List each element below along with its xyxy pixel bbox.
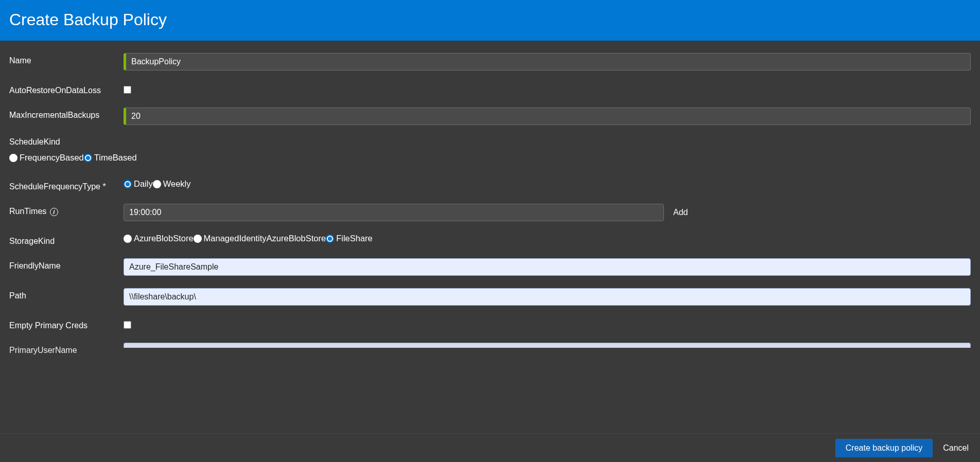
friendlyname-label: FriendlyName: [9, 258, 124, 271]
storagekind-managedidentity-label: ManagedIdentityAzureBlobStore: [204, 234, 326, 243]
runtimes-add-button[interactable]: Add: [673, 208, 688, 217]
schedulekind-frequencybased[interactable]: FrequencyBased: [9, 153, 84, 163]
schedulefrequencytype-weekly-label: Weekly: [163, 179, 191, 189]
schedulefrequencytype-weekly[interactable]: Weekly: [153, 179, 191, 189]
primaryusername-input[interactable]: [124, 343, 971, 348]
schedulekind-timebased[interactable]: TimeBased: [84, 153, 137, 163]
form-body: Name AutoRestoreOnDataLoss MaxIncrementa…: [0, 41, 980, 433]
dialog-header: Create Backup Policy: [0, 0, 980, 41]
emptyprimarycreds-label: Empty Primary Creds: [9, 318, 124, 330]
schedulekind-label: ScheduleKind: [9, 137, 971, 147]
primaryusername-label: PrimaryUserName: [9, 343, 124, 355]
storagekind-fileshare-radio[interactable]: [326, 235, 334, 243]
autorestore-label: AutoRestoreOnDataLoss: [9, 83, 124, 95]
runtimes-label-text: RunTimes: [9, 207, 46, 216]
storagekind-managedidentity[interactable]: ManagedIdentityAzureBlobStore: [194, 234, 326, 243]
storagekind-fileshare[interactable]: FileShare: [326, 234, 373, 243]
runtimes-input[interactable]: [124, 204, 664, 221]
storagekind-label: StorageKind: [9, 234, 124, 246]
info-icon[interactable]: i: [50, 208, 58, 216]
dialog-footer: Create backup policy Cancel: [0, 433, 980, 462]
storagekind-radio-group: AzureBlobStore ManagedIdentityAzureBlobS…: [124, 234, 373, 243]
cancel-button[interactable]: Cancel: [939, 439, 973, 457]
name-label: Name: [9, 53, 124, 65]
storagekind-azureblobstore[interactable]: AzureBlobStore: [124, 234, 194, 243]
schedulekind-radio-group: FrequencyBased TimeBased: [9, 153, 971, 163]
storagekind-managedidentity-radio[interactable]: [194, 235, 202, 243]
path-label: Path: [9, 288, 124, 300]
schedulekind-timebased-radio[interactable]: [84, 154, 92, 162]
emptyprimarycreds-checkbox[interactable]: [124, 321, 131, 329]
storagekind-azureblobstore-radio[interactable]: [124, 235, 132, 243]
schedulefrequencytype-weekly-radio[interactable]: [153, 180, 161, 188]
autorestore-checkbox[interactable]: [124, 86, 131, 94]
schedulekind-frequencybased-label: FrequencyBased: [20, 153, 84, 163]
maxincremental-input[interactable]: [124, 108, 971, 125]
maxincremental-label: MaxIncrementalBackups: [9, 108, 124, 120]
storagekind-fileshare-label: FileShare: [336, 234, 373, 243]
friendlyname-input[interactable]: [124, 258, 971, 276]
schedulekind-timebased-label: TimeBased: [94, 153, 137, 163]
schedulefrequencytype-daily-label: Daily: [134, 179, 153, 189]
path-input[interactable]: [124, 288, 971, 306]
schedulekind-frequencybased-radio[interactable]: [9, 154, 18, 162]
name-input[interactable]: [124, 53, 971, 70]
schedulefrequencytype-radio-group: Daily Weekly: [124, 179, 190, 189]
storagekind-azureblobstore-label: AzureBlobStore: [134, 234, 194, 243]
create-backup-policy-button[interactable]: Create backup policy: [835, 439, 933, 457]
runtimes-label: RunTimes i: [9, 204, 124, 216]
page-title: Create Backup Policy: [9, 10, 971, 29]
schedulefrequencytype-label: ScheduleFrequencyType *: [9, 179, 124, 191]
schedulefrequencytype-daily-radio[interactable]: [124, 180, 132, 188]
schedulefrequencytype-daily[interactable]: Daily: [124, 179, 153, 189]
